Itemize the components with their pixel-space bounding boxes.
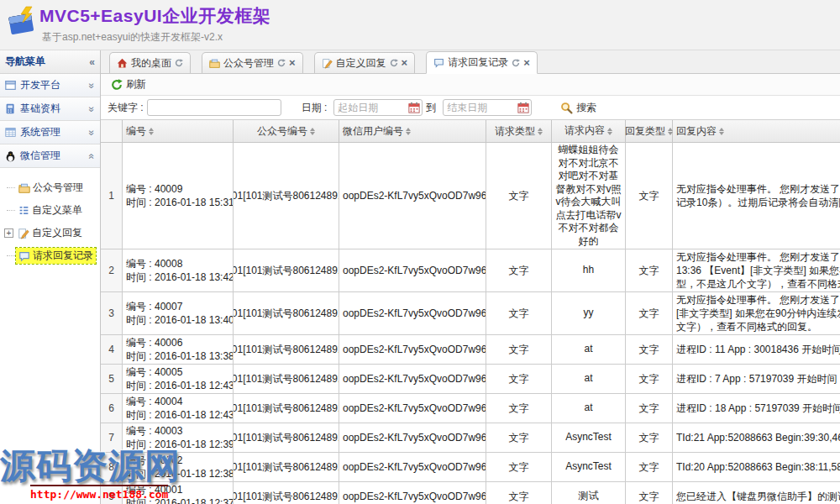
table-row[interactable]: 5 编号 : 40005 时间 : 2016-01-18 12:43:36 10… [101,365,840,394]
keyword-label: 关键字 : [108,101,144,115]
app-header: MVC5+EasyUI企业开发框架 基于asp.net+easyui的快速开发框… [0,0,840,50]
table-row[interactable]: 2 编号 : 40008 时间 : 2016-01-18 13:42:43 10… [101,249,840,292]
chevron-down-icon[interactable]: » [87,82,98,88]
cell-user: oopDEs2-KfL7vy5xQvoOD7w96Oq8 [339,453,486,482]
column-header-id[interactable]: 编号 [123,120,234,142]
column-header-account[interactable]: 公众号编号 [234,120,339,142]
sort-icon [538,128,543,135]
cell-id: 编号 : 40004 时间 : 2016-01-18 12:43:17 [123,394,234,423]
reply-line: 您已经进入【键盘男微信助手】的测试程序， [676,490,840,503]
grid-header: 编号 公众号编号 微信用户编号 请求类型 [101,120,840,143]
sidebar-panel-dev-platform[interactable]: 开发平台 » [0,74,100,97]
grid-toolbar: 刷新 [101,74,840,96]
cell-reply-type: 文字 [626,482,673,504]
panel-label: 开发平台 [20,78,85,92]
cell-user: oopDEs2-KfL7vy5xQvoOD7w96Oq8 [339,249,486,292]
column-header-request-type[interactable]: 请求类型 [486,120,552,142]
pencil-icon [322,58,333,69]
cell-request-content: at [552,365,626,394]
sidebar-panel-basic-data[interactable]: 基础资料 » [0,97,100,121]
tab-official-account[interactable]: 公众号管理 × [202,52,303,73]
cell-request-type: 文字 [486,143,552,249]
pencil-icon [18,228,29,239]
home-icon [117,58,128,69]
row-number-cell: 7 [101,423,123,453]
cell-request-type: 文字 [486,365,552,394]
table-row[interactable]: 3 编号 : 40007 时间 : 2016-01-18 13:40:55 10… [101,292,840,335]
tree-node-official-account[interactable]: 公众号管理 [3,176,100,199]
row-number-cell: 6 [101,394,123,423]
table-row[interactable]: 8 编号 : 40002 时间 : 2016-01-18 12:38:15 10… [101,453,840,482]
sidebar-header: 导航菜单 « [0,50,100,74]
tab-refresh-icon[interactable] [175,59,183,67]
column-header-reply-content[interactable]: 回复内容 [673,120,840,142]
calendar-icon[interactable] [517,102,529,113]
tree-node-request-reply-log[interactable]: 请求回复记录 [3,244,100,267]
reply-line: 进程ID : 18 App : 57197039 开始时间 : 43: [676,402,840,415]
tab-refresh-icon[interactable] [512,59,520,67]
keyword-input[interactable] [147,99,281,116]
row-number-header [101,120,123,142]
cell-reply-type: 文字 [626,292,673,335]
tab-request-reply-log[interactable]: 请求回复记录 × [426,51,538,74]
search-button[interactable]: 搜索 [557,99,600,117]
refresh-icon [111,79,123,91]
tree-expand-plus-icon[interactable]: + [4,228,13,238]
application-window: MVC5+EasyUI企业开发框架 基于asp.net+easyui的快速开发框… [0,0,840,504]
cell-id: 编号 : 40008 时间 : 2016-01-18 13:42:43 [123,249,234,292]
row-number-cell: 3 [101,292,123,335]
calendar-icon[interactable] [408,102,420,113]
tab-refresh-icon[interactable] [390,59,398,67]
menu-icon [18,205,29,216]
refresh-button[interactable]: 刷新 [108,76,150,93]
tree-node-label: 公众号管理 [33,181,83,195]
panel-label: 基础资料 [20,102,85,116]
tab-close-icon[interactable]: × [289,59,296,67]
chevron-down-icon[interactable]: » [87,106,98,112]
chat-bubble-icon [433,57,444,68]
sidebar-title: 导航菜单 [5,55,45,69]
tree-node-custom-menu[interactable]: 自定义菜单 [3,199,100,222]
selected-tree-node[interactable]: 请求回复记录 [16,248,96,264]
tree-node-custom-reply[interactable]: + 自定义回复 [3,222,100,244]
tree-node-label: 请求回复记录 [33,249,93,263]
row-number-cell: 4 [101,335,123,365]
grid-body: 1 编号 : 40009 时间 : 2016-01-18 15:31:02 10… [101,143,840,504]
folder-icon [18,182,30,194]
chevron-up-icon[interactable]: « [87,153,98,159]
cell-reply-type: 文字 [626,335,673,365]
cell-account: 101[101测试号806124891] [234,453,339,482]
cell-id: 编号 : 40006 时间 : 2016-01-18 13:38:30 [123,335,234,365]
table-row[interactable]: 6 编号 : 40004 时间 : 2016-01-18 12:43:17 10… [101,394,840,423]
table-row[interactable]: 4 编号 : 40006 时间 : 2016-01-18 13:38:30 10… [101,335,840,365]
cell-reply-content: 无对应指令处理事件。 您刚才发送了文字信息13:36 【Event】[非文字类型… [673,249,840,292]
chevron-down-icon[interactable]: » [87,129,98,135]
grid-icon [5,127,16,138]
cell-account: 101[101测试号806124891] [234,249,339,292]
cell-user: oopDEs2-KfL7vy5xQvoOD7w96Oq8 [339,394,486,423]
cell-reply-content: 进程ID : 18 App : 57197039 开始时间 : 43: [673,394,840,423]
cell-account: 101[101测试号806124891] [234,365,339,394]
tab-my-desktop[interactable]: 我的桌面 [109,52,191,73]
sidebar-panel-wechat-admin[interactable]: 微信管理 « [0,144,100,168]
table-row[interactable]: 1 编号 : 40009 时间 : 2016-01-18 15:31:02 10… [101,143,840,249]
cell-request-content: 蝴蝶姐姐待会对不对北京不对吧对不对基督教对不对v照v待会大喊大叫点去打电话帮v不… [552,143,626,249]
panel-label: 微信管理 [20,149,85,163]
tab-close-icon[interactable]: × [523,59,530,67]
table-row[interactable]: 7 编号 : 40003 时间 : 2016-01-18 12:39:34 10… [101,423,840,453]
column-label: 公众号编号 [257,124,307,139]
chat-bubble-icon [18,250,30,262]
column-header-reply-type[interactable]: 回复类型 [626,120,673,142]
column-label: 回复类型 [625,124,665,139]
column-header-request-content[interactable]: 请求内容 [552,120,626,142]
cell-account: 101[101测试号806124891] [234,394,339,423]
sidebar-collapse-icon[interactable]: « [89,56,95,68]
sidebar-panel-system-admin[interactable]: 系统管理 » [0,121,100,144]
column-header-user[interactable]: 微信用户编号 [339,120,486,142]
tab-close-icon[interactable]: × [402,59,408,67]
cell-user: oopDEs2-KfL7vy5xQvoOD7w96Oq8 [339,365,486,394]
tab-custom-reply[interactable]: 自定义回复 × [314,52,416,73]
tab-refresh-icon[interactable] [277,59,286,67]
datagrid: 编号 公众号编号 微信用户编号 请求类型 [101,120,840,504]
table-row[interactable]: 9 编号 : 40001 时间 : 2016-01-18 12:37:05 10… [101,482,840,504]
